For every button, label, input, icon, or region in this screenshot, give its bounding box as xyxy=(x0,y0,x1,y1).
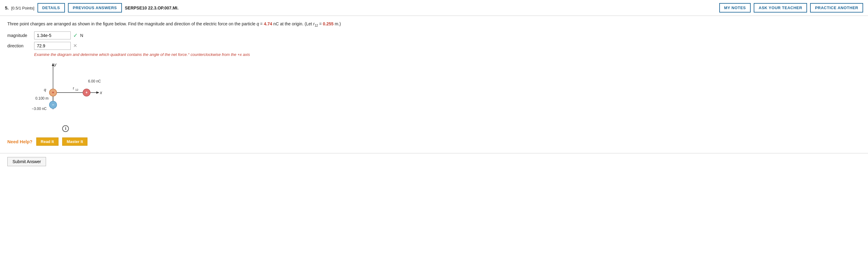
magnitude-input[interactable] xyxy=(34,31,71,39)
svg-text:x: x xyxy=(100,90,102,95)
svg-text:12: 12 xyxy=(75,88,78,91)
problem-text: Three point charges are arranged as show… xyxy=(7,21,861,28)
info-icon[interactable]: ℹ xyxy=(62,125,69,132)
magnitude-unit: N xyxy=(80,33,83,38)
submit-answer-button[interactable]: Submit Answer xyxy=(7,157,46,166)
diagram-area: y x q + r 12 + 6.00 nC − xyxy=(26,60,117,122)
question-number: 5. [0.5/1 Points] xyxy=(5,5,34,10)
svg-text:−: − xyxy=(52,103,54,107)
direction-row: direction ✕ xyxy=(7,42,861,50)
r-value: 0.255 xyxy=(323,21,334,26)
my-notes-button[interactable]: MY NOTES xyxy=(719,3,751,12)
svg-text:−3.00 nC: −3.00 nC xyxy=(32,107,46,111)
error-icon[interactable]: ✕ xyxy=(73,43,77,49)
svg-marker-1 xyxy=(52,63,54,66)
magnitude-row: magnitude ✓ N xyxy=(7,31,861,39)
submit-section: Submit Answer xyxy=(0,153,868,171)
svg-marker-3 xyxy=(96,91,99,94)
svg-text:0.100 m: 0.100 m xyxy=(35,96,49,101)
direction-label: direction xyxy=(7,44,32,48)
hint-text: Examine the diagram and determine which … xyxy=(34,52,861,57)
svg-text:+: + xyxy=(52,90,54,95)
q-value: 4.74 xyxy=(264,21,272,26)
master-it-button[interactable]: Master It xyxy=(62,137,88,146)
magnitude-label: magnitude xyxy=(7,33,32,38)
check-icon: ✓ xyxy=(73,32,78,39)
direction-input[interactable] xyxy=(34,42,71,50)
svg-text:+: + xyxy=(85,90,88,95)
need-help-section: Need Help? Read It Master It xyxy=(7,137,861,146)
svg-text:r: r xyxy=(73,86,74,90)
svg-text:6.00 nC: 6.00 nC xyxy=(88,79,101,83)
info-area: ℹ xyxy=(26,125,861,132)
svg-text:y: y xyxy=(54,62,57,67)
previous-answers-button[interactable]: PREVIOUS ANSWERS xyxy=(68,3,122,12)
content-area: Three point charges are arranged as show… xyxy=(0,16,868,153)
problem-code: SERPSE10 22.3.OP.007.MI. xyxy=(125,5,716,10)
details-button[interactable]: DETAILS xyxy=(37,3,65,12)
q-variable: q xyxy=(257,21,259,26)
header-bar: 5. [0.5/1 Points] DETAILS PREVIOUS ANSWE… xyxy=(0,0,868,16)
practice-another-button[interactable]: PRACTICE ANOTHER xyxy=(810,3,863,12)
read-it-button[interactable]: Read It xyxy=(36,137,59,146)
ask-teacher-button[interactable]: ASK YOUR TEACHER xyxy=(754,3,807,12)
svg-text:q: q xyxy=(44,87,46,92)
need-help-label: Need Help? xyxy=(7,139,33,144)
physics-diagram: y x q + r 12 + 6.00 nC − xyxy=(26,60,117,122)
right-buttons: MY NOTES ASK YOUR TEACHER PRACTICE ANOTH… xyxy=(719,3,863,12)
